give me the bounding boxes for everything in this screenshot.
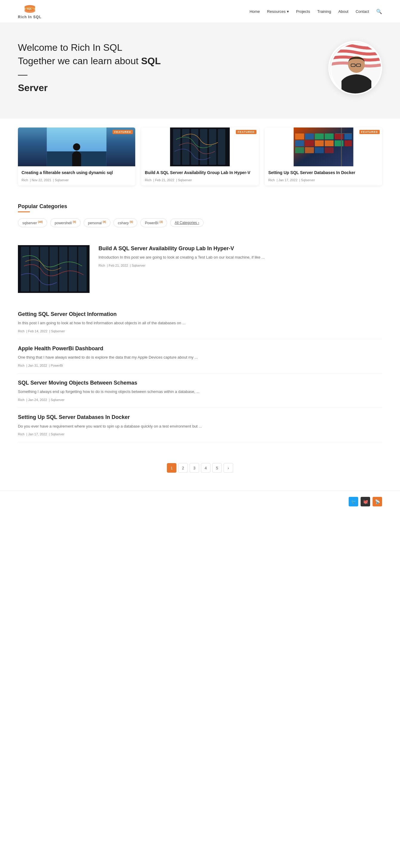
svg-rect-43 (30, 247, 39, 291)
hero-section: Welcome to Rich In SQL Together we can l… (0, 23, 400, 119)
categories-section: Popular Categories sqlserver (48) powers… (0, 194, 400, 236)
svg-rect-28 (315, 140, 324, 146)
svg-rect-20 (209, 129, 216, 165)
page-4-button[interactable]: 4 (201, 463, 211, 473)
post-item-4: SQL Server Moving Objects Between Schema… (18, 374, 382, 408)
category-powerbi[interactable]: PowerBI (3) (140, 218, 167, 227)
categories-tags: sqlserver (48) powershell (9) personal (… (18, 218, 382, 227)
post-1-image[interactable] (18, 245, 90, 293)
nav-links: Home Resources ▾ Projects Training About… (250, 9, 382, 14)
hero-heading: Welcome to Rich In SQL Together we can l… (18, 41, 161, 94)
svg-rect-33 (334, 140, 343, 146)
logo[interactable]: SQL Rich In SQL (18, 4, 41, 19)
svg-rect-29 (325, 133, 333, 140)
posts-section: Build A SQL Server Availability Group La… (0, 236, 400, 452)
svg-text:SQL: SQL (27, 7, 32, 10)
svg-rect-46 (59, 247, 67, 291)
featured-card-3[interactable]: FEATURED Setting Up SQL Server Databases… (265, 127, 382, 185)
avatar-graphic (330, 42, 382, 95)
pagination: 1 2 3 4 5 › (0, 451, 400, 491)
nav-home[interactable]: Home (250, 9, 260, 14)
featured-section: FEATURED Creating a filterable search us… (0, 119, 400, 194)
search-button[interactable]: 🔍 (376, 9, 382, 14)
post-3-meta: Rich | Jan 31, 2022 | PowerBi (18, 364, 382, 367)
svg-rect-30 (334, 133, 343, 140)
rss-link[interactable]: 📡 (373, 497, 382, 506)
github-icon: 🐙 (363, 499, 368, 504)
github-link[interactable]: 🐙 (361, 497, 370, 506)
featured-card-1[interactable]: FEATURED Creating a filterable search us… (18, 127, 135, 185)
page-3-button[interactable]: 3 (189, 463, 199, 473)
post-1-img-graphic (18, 245, 90, 293)
featured-badge-3: FEATURED (360, 130, 380, 134)
card-3-meta: Rich | Jan 17, 2022 | Sqlserver (268, 178, 378, 182)
card-1-title: Creating a filterable search using dynam… (22, 170, 132, 176)
rss-icon: 📡 (375, 499, 380, 504)
card-2-title: Build A SQL Server Availability Group La… (145, 170, 255, 176)
post-4-meta: Rich | Jan 24, 2022 | Sqlserver (18, 398, 382, 402)
nav-projects[interactable]: Projects (296, 9, 310, 14)
post-item-5: Setting Up SQL Server Databases In Docke… (18, 408, 382, 442)
post-2-meta: Rich | Feb 14, 2022 | Sqlserver (18, 329, 382, 333)
svg-rect-37 (315, 147, 324, 153)
svg-rect-47 (69, 247, 77, 291)
categories-underline (18, 211, 30, 212)
svg-rect-26 (295, 140, 304, 146)
svg-rect-31 (344, 133, 351, 140)
featured-card-2[interactable]: FEATURED Build A SQL Server Availability… (141, 127, 258, 185)
page-5-button[interactable]: 5 (212, 463, 222, 473)
footer-social: 🐦 🐙 📡 (0, 491, 400, 513)
svg-rect-38 (325, 147, 333, 153)
nav-about[interactable]: About (338, 9, 348, 14)
post-1-excerpt: Introduction In this post we are going t… (98, 254, 382, 261)
page-2-button[interactable]: 2 (178, 463, 188, 473)
logo-text: Rich In SQL (18, 15, 41, 19)
nav-training[interactable]: Training (317, 9, 331, 14)
post-3-title[interactable]: Apple Health PowerBi Dashboard (18, 345, 382, 352)
category-sqlserver[interactable]: sqlserver (48) (18, 218, 47, 227)
post-5-excerpt: Do you ever have a requirement where you… (18, 424, 382, 430)
page-1-button[interactable]: 1 (167, 463, 177, 473)
svg-rect-42 (21, 247, 29, 291)
categories-title: Popular Categories (18, 203, 382, 210)
logo-icon: SQL (23, 4, 37, 14)
svg-rect-27 (305, 140, 314, 146)
post-4-excerpt: Something I always end up forgetting how… (18, 389, 382, 395)
svg-rect-24 (305, 133, 314, 140)
post-2-excerpt: In this post I am going to look at how t… (18, 320, 382, 327)
svg-rect-32 (325, 140, 333, 146)
svg-rect-36 (305, 147, 314, 153)
svg-rect-25 (315, 133, 324, 140)
svg-rect-23 (295, 133, 304, 140)
navigation: SQL Rich In SQL Home Resources ▾ Project… (0, 0, 400, 23)
nav-contact[interactable]: Contact (356, 9, 369, 14)
post-item-3: Apple Health PowerBi Dashboard One thing… (18, 339, 382, 374)
page-next-button[interactable]: › (223, 463, 233, 473)
post-item-2: Getting SQL Server Object Information In… (18, 305, 382, 339)
card-3-title: Setting Up SQL Server Databases In Docke… (268, 170, 378, 176)
nav-resources[interactable]: Resources ▾ (267, 9, 289, 14)
all-categories-link[interactable]: All Categories › (170, 219, 204, 227)
svg-rect-16 (173, 129, 181, 165)
category-powershell[interactable]: powershell (9) (50, 218, 81, 227)
post-item-1: Build A SQL Server Availability Group La… (18, 245, 382, 293)
category-personal[interactable]: personal (8) (84, 218, 111, 227)
category-csharp[interactable]: csharp (5) (114, 218, 137, 227)
svg-rect-34 (344, 140, 351, 146)
svg-rect-21 (218, 129, 225, 165)
post-1-meta: Rich | Feb 21, 2022 | Sqlserver (98, 264, 382, 267)
svg-point-14 (73, 143, 80, 151)
card-2-meta: Rich | Feb 21, 2022 | Sqlserver (145, 178, 255, 182)
post-5-title[interactable]: Setting Up SQL Server Databases In Docke… (18, 414, 382, 421)
featured-grid: FEATURED Creating a filterable search us… (18, 127, 382, 185)
post-1-content: Build A SQL Server Availability Group La… (98, 245, 382, 267)
post-1-title[interactable]: Build A SQL Server Availability Group La… (98, 245, 382, 252)
featured-badge-1: FEATURED (113, 130, 133, 134)
hero-text: Welcome to Rich In SQL Together we can l… (18, 41, 161, 94)
post-2-title[interactable]: Getting SQL Server Object Information (18, 311, 382, 318)
post-5-meta: Rich | Jan 17, 2022 | Sqlserver (18, 432, 382, 436)
twitter-link[interactable]: 🐦 (349, 497, 358, 506)
svg-rect-35 (295, 147, 304, 153)
post-4-title[interactable]: SQL Server Moving Objects Between Schema… (18, 379, 382, 386)
twitter-icon: 🐦 (351, 499, 356, 504)
